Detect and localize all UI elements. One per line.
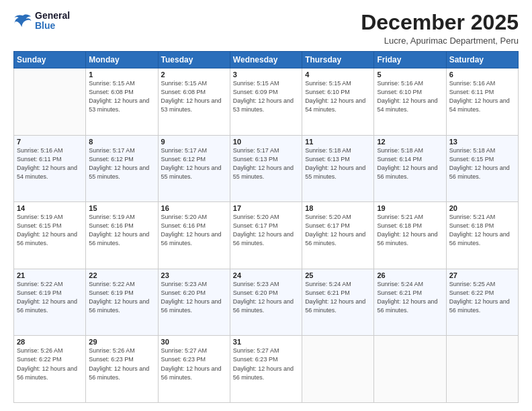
calendar-cell: 26Sunrise: 5:24 AMSunset: 6:21 PMDayligh… (374, 269, 446, 336)
calendar-cell: 22Sunrise: 5:22 AMSunset: 6:19 PMDayligh… (86, 269, 158, 336)
calendar-header-friday: Friday (374, 52, 446, 68)
day-number: 3 (233, 71, 299, 79)
calendar-cell: 31Sunrise: 5:27 AMSunset: 6:23 PMDayligh… (230, 336, 302, 403)
calendar-cell: 25Sunrise: 5:24 AMSunset: 6:21 PMDayligh… (302, 269, 374, 336)
calendar-cell: 27Sunrise: 5:25 AMSunset: 6:22 PMDayligh… (446, 269, 518, 336)
day-info: Sunrise: 5:22 AMSunset: 6:19 PMDaylight:… (17, 280, 83, 315)
location: Lucre, Apurimac Department, Peru (361, 36, 519, 46)
calendar-cell: 10Sunrise: 5:17 AMSunset: 6:13 PMDayligh… (230, 135, 302, 202)
calendar-cell (446, 336, 518, 403)
calendar-cell: 4Sunrise: 5:15 AMSunset: 6:10 PMDaylight… (302, 68, 374, 136)
day-number: 4 (305, 71, 371, 79)
day-info: Sunrise: 5:15 AMSunset: 6:09 PMDaylight:… (233, 79, 299, 114)
calendar-cell: 14Sunrise: 5:19 AMSunset: 6:15 PMDayligh… (14, 202, 86, 269)
calendar-week-row: 21Sunrise: 5:22 AMSunset: 6:19 PMDayligh… (14, 269, 519, 336)
day-number: 27 (449, 271, 515, 279)
calendar-header-tuesday: Tuesday (158, 52, 230, 68)
calendar-cell: 11Sunrise: 5:18 AMSunset: 6:13 PMDayligh… (302, 135, 374, 202)
calendar-cell: 6Sunrise: 5:16 AMSunset: 6:11 PMDaylight… (446, 68, 518, 136)
day-number: 15 (89, 204, 154, 212)
day-info: Sunrise: 5:16 AMSunset: 6:10 PMDaylight:… (377, 79, 443, 114)
calendar-week-row: 28Sunrise: 5:26 AMSunset: 6:22 PMDayligh… (14, 336, 519, 403)
day-info: Sunrise: 5:18 AMSunset: 6:14 PMDaylight:… (377, 146, 443, 181)
calendar-header-thursday: Thursday (302, 52, 374, 68)
day-info: Sunrise: 5:24 AMSunset: 6:21 PMDaylight:… (377, 280, 443, 315)
day-number: 8 (89, 138, 154, 146)
calendar-header-sunday: Sunday (14, 52, 86, 68)
day-number: 29 (89, 338, 154, 346)
calendar-cell: 30Sunrise: 5:27 AMSunset: 6:23 PMDayligh… (158, 336, 230, 403)
day-number: 14 (17, 204, 83, 212)
logo-general: General (35, 11, 70, 21)
day-info: Sunrise: 5:16 AMSunset: 6:11 PMDaylight:… (17, 146, 83, 181)
calendar-header-row: SundayMondayTuesdayWednesdayThursdayFrid… (14, 52, 519, 68)
calendar-header-saturday: Saturday (446, 52, 518, 68)
calendar-cell: 9Sunrise: 5:17 AMSunset: 6:12 PMDaylight… (158, 135, 230, 202)
month-title: December 2025 (361, 11, 519, 34)
page: General Blue December 2025 Lucre, Apurim… (0, 0, 532, 411)
day-number: 7 (17, 138, 83, 146)
calendar-cell: 19Sunrise: 5:21 AMSunset: 6:18 PMDayligh… (374, 202, 446, 269)
day-info: Sunrise: 5:21 AMSunset: 6:18 PMDaylight:… (449, 213, 515, 248)
day-info: Sunrise: 5:22 AMSunset: 6:19 PMDaylight:… (89, 280, 154, 315)
calendar-cell: 5Sunrise: 5:16 AMSunset: 6:10 PMDaylight… (374, 68, 446, 136)
day-number: 2 (161, 71, 227, 79)
day-info: Sunrise: 5:15 AMSunset: 6:10 PMDaylight:… (305, 79, 371, 114)
day-number: 23 (161, 271, 227, 279)
day-info: Sunrise: 5:26 AMSunset: 6:22 PMDaylight:… (17, 347, 83, 381)
day-info: Sunrise: 5:19 AMSunset: 6:15 PMDaylight:… (17, 213, 83, 248)
day-info: Sunrise: 5:20 AMSunset: 6:17 PMDaylight:… (233, 213, 299, 248)
calendar-cell: 20Sunrise: 5:21 AMSunset: 6:18 PMDayligh… (446, 202, 518, 269)
calendar-cell: 3Sunrise: 5:15 AMSunset: 6:09 PMDaylight… (230, 68, 302, 136)
day-info: Sunrise: 5:26 AMSunset: 6:23 PMDaylight:… (89, 347, 154, 381)
day-number: 9 (161, 138, 227, 146)
day-info: Sunrise: 5:23 AMSunset: 6:20 PMDaylight:… (161, 280, 227, 315)
day-info: Sunrise: 5:20 AMSunset: 6:17 PMDaylight:… (305, 213, 371, 248)
header: General Blue December 2025 Lucre, Apurim… (13, 11, 519, 46)
day-info: Sunrise: 5:17 AMSunset: 6:12 PMDaylight:… (161, 146, 227, 181)
calendar-week-row: 7Sunrise: 5:16 AMSunset: 6:11 PMDaylight… (14, 135, 519, 202)
day-number: 11 (305, 138, 371, 146)
title-block: December 2025 Lucre, Apurimac Department… (361, 11, 519, 46)
calendar-cell: 24Sunrise: 5:23 AMSunset: 6:20 PMDayligh… (230, 269, 302, 336)
calendar-cell: 18Sunrise: 5:20 AMSunset: 6:17 PMDayligh… (302, 202, 374, 269)
day-info: Sunrise: 5:20 AMSunset: 6:16 PMDaylight:… (161, 213, 227, 248)
day-number: 10 (233, 138, 299, 146)
calendar-cell: 2Sunrise: 5:15 AMSunset: 6:08 PMDaylight… (158, 68, 230, 136)
calendar-cell (374, 336, 446, 403)
calendar-week-row: 1Sunrise: 5:15 AMSunset: 6:08 PMDaylight… (14, 68, 519, 136)
day-number: 17 (233, 204, 299, 212)
day-number: 1 (89, 71, 154, 79)
calendar-week-row: 14Sunrise: 5:19 AMSunset: 6:15 PMDayligh… (14, 202, 519, 269)
day-info: Sunrise: 5:16 AMSunset: 6:11 PMDaylight:… (449, 79, 515, 114)
calendar-cell: 15Sunrise: 5:19 AMSunset: 6:16 PMDayligh… (86, 202, 158, 269)
day-number: 22 (89, 271, 154, 279)
calendar-cell: 23Sunrise: 5:23 AMSunset: 6:20 PMDayligh… (158, 269, 230, 336)
day-info: Sunrise: 5:17 AMSunset: 6:13 PMDaylight:… (233, 146, 299, 181)
day-info: Sunrise: 5:27 AMSunset: 6:23 PMDaylight:… (233, 347, 299, 381)
day-info: Sunrise: 5:15 AMSunset: 6:08 PMDaylight:… (161, 79, 227, 114)
logo-bird-icon (13, 13, 32, 28)
calendar-cell: 12Sunrise: 5:18 AMSunset: 6:14 PMDayligh… (374, 135, 446, 202)
day-number: 20 (449, 204, 515, 212)
calendar-cell: 17Sunrise: 5:20 AMSunset: 6:17 PMDayligh… (230, 202, 302, 269)
calendar-cell: 16Sunrise: 5:20 AMSunset: 6:16 PMDayligh… (158, 202, 230, 269)
calendar-cell (14, 68, 86, 136)
calendar-table: SundayMondayTuesdayWednesdayThursdayFrid… (13, 51, 519, 403)
day-number: 12 (377, 138, 443, 146)
day-number: 24 (233, 271, 299, 279)
day-info: Sunrise: 5:23 AMSunset: 6:20 PMDaylight:… (233, 280, 299, 315)
day-info: Sunrise: 5:18 AMSunset: 6:15 PMDaylight:… (449, 146, 515, 181)
day-info: Sunrise: 5:21 AMSunset: 6:18 PMDaylight:… (377, 213, 443, 248)
calendar-cell: 29Sunrise: 5:26 AMSunset: 6:23 PMDayligh… (86, 336, 158, 403)
day-number: 19 (377, 204, 443, 212)
day-number: 16 (161, 204, 227, 212)
logo-text: General Blue (35, 11, 70, 32)
logo-blue: Blue (35, 21, 70, 31)
day-info: Sunrise: 5:15 AMSunset: 6:08 PMDaylight:… (89, 79, 154, 114)
day-info: Sunrise: 5:27 AMSunset: 6:23 PMDaylight:… (161, 347, 227, 381)
day-number: 31 (233, 338, 299, 346)
day-info: Sunrise: 5:19 AMSunset: 6:16 PMDaylight:… (89, 213, 154, 248)
calendar-cell: 8Sunrise: 5:17 AMSunset: 6:12 PMDaylight… (86, 135, 158, 202)
calendar-header-monday: Monday (86, 52, 158, 68)
